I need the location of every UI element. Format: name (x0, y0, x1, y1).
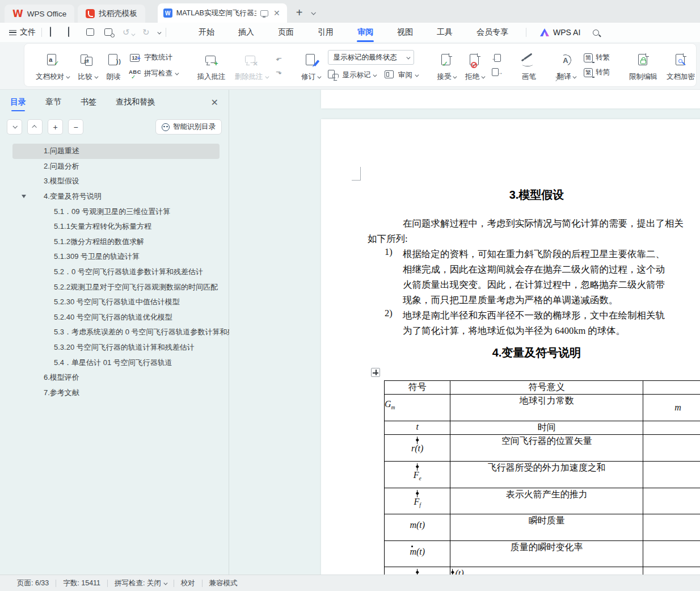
ink-group: 画笔 (512, 47, 545, 83)
to-traditional-button[interactable]: 简 转繁 (584, 53, 610, 62)
sidebar-tab-chapters[interactable]: 章节 (45, 90, 61, 115)
ink-pen-button[interactable]: 画笔 (517, 47, 541, 83)
print-preview-icon[interactable] (104, 27, 115, 37)
print-icon[interactable] (86, 27, 96, 37)
redo-button[interactable]: ↻ (142, 27, 150, 37)
toc-item[interactable]: 3.模型假设 (12, 174, 220, 189)
compare-button[interactable]: ⇄ 比较 (74, 47, 102, 83)
margin-corner-mark (352, 167, 361, 181)
next-comment-button[interactable]: ⬎ (276, 68, 282, 76)
read-aloud-button[interactable]: ) ) 朗读 (102, 47, 125, 83)
toc-item[interactable]: 2.问题分析 (12, 159, 220, 174)
markup-state-dropdown[interactable]: 显示标记的最终状态 (328, 50, 414, 65)
wps-ai-logo-icon (540, 28, 549, 36)
toc-item[interactable]: 5.1．09 号观测卫星的三维位置计算 (12, 204, 220, 219)
toc-expand-button[interactable] (7, 119, 22, 135)
sidebar-close-icon[interactable]: ✕ (211, 97, 218, 108)
tracking-group: 修订 显示标记的最终状态 显示标记 审阅 (292, 47, 426, 83)
previous-change-button[interactable]: ← (492, 53, 502, 62)
sidebar-tab-find-replace[interactable]: 查找和替换 (116, 90, 155, 115)
toc-item[interactable]: 6.模型评价 (12, 370, 220, 385)
dialog-launcher-icon[interactable] (554, 73, 558, 83)
smart-toc-button[interactable]: 智能识别目录 (155, 119, 222, 135)
toc-item[interactable]: 5.2.2观测卫星对于空间飞行器观测数据的时间匹配 (12, 279, 220, 295)
sidebar-tab-contents[interactable]: 目录 (10, 90, 26, 115)
document-page[interactable]: 3.模型假设 在问题求解过程中，考虑到实际情况与简化计算的需要，提出了相关 如下… (321, 119, 700, 575)
track-changes-icon (303, 53, 318, 68)
insert-comment-button[interactable]: + 插入批注 (193, 47, 230, 83)
toc-zoom-in-button[interactable]: + (48, 119, 63, 135)
undo-button[interactable]: ↺ (123, 27, 134, 37)
tab-wps-office[interactable]: W WPS Office (5, 5, 74, 23)
save-icon[interactable] (50, 27, 60, 37)
compatibility-mode-indicator: 兼容模式 (203, 579, 244, 588)
search-icon[interactable] (593, 30, 599, 36)
proofing-indicator[interactable]: 校对 (174, 579, 202, 588)
table-row: Gm 地球引力常数 m (385, 395, 700, 421)
page-indicator[interactable]: 页面: 6/33 (10, 579, 56, 588)
proofing-group: a✓ 文档校对 ⇄ 比较 ) ) 朗读 12+ 字数统计 ABC✓ 拼写检查 (27, 47, 186, 83)
toc-item[interactable]: 5.1.2微分方程组的数值求解 (12, 234, 220, 250)
toc-item[interactable]: 5.2.40 号空间飞行器的轨道优化模型 (12, 310, 220, 325)
tab-list-chevron-icon[interactable] (311, 7, 315, 17)
more-commands-chevron-icon[interactable] (157, 30, 161, 33)
document-canvas[interactable]: 3.模型假设 在问题求解过程中，考虑到实际情况与简化计算的需要，提出了相关 如下… (229, 90, 700, 575)
next-change-button[interactable]: → (492, 68, 502, 77)
tab-tools[interactable]: 工具 (425, 23, 465, 42)
toc-item[interactable]: 5.2.30 号空间飞行器轨道中值估计模型 (12, 295, 220, 310)
translate-icon: A (559, 53, 574, 68)
table-header-row: 符号 符号意义 (385, 381, 700, 395)
export-pdf-icon[interactable] (68, 27, 78, 37)
word-count-button[interactable]: 12+ 字数统计 (129, 52, 178, 64)
toc-item[interactable]: 5.2．0 号空间飞行器轨道参数计算和残差估计 (12, 265, 220, 280)
delete-comment-icon: ✕ (244, 53, 259, 68)
wps-logo-icon: W (12, 8, 23, 19)
toc-item[interactable]: 5.4．单星估计 01 号空间飞行器轨道 (12, 355, 220, 370)
table-row-partial: (t) (385, 567, 700, 575)
toc-item[interactable]: 5.3.20 号空间飞行器的轨道计算和残差估计 (12, 340, 220, 355)
wps-ai-button[interactable]: WPS AI (540, 28, 580, 37)
tab-docer-templates[interactable]: 找稻壳模板 (78, 5, 145, 23)
restrict-editing-button[interactable]: 限制编辑 (625, 47, 662, 83)
review-pane-button[interactable]: 审阅 (384, 70, 418, 80)
toc-zoom-out-button[interactable]: − (68, 119, 83, 135)
accept-button[interactable]: ✓ 接受 (432, 47, 461, 83)
close-tab-icon[interactable]: ✕ (272, 9, 281, 18)
tab-page[interactable]: 页面 (266, 23, 306, 42)
previous-comment-button[interactable]: ⬐ (276, 54, 282, 62)
spellcheck-indicator[interactable]: 拼写检查: 关闭 (108, 579, 173, 588)
sidebar-tab-bookmarks[interactable]: 书签 (81, 90, 96, 115)
tab-reference[interactable]: 引用 (306, 23, 345, 42)
menubar: 文件 ↺ ↻ 开始 插入 页面 引用 审阅 视图 工具 会员专享 WPS AI (0, 23, 700, 42)
track-changes-button[interactable]: 修订 (297, 47, 325, 83)
tab-home[interactable]: 开始 (187, 23, 226, 42)
toc-collapse-button[interactable] (27, 119, 43, 135)
tab-membership[interactable]: 会员专享 (465, 23, 520, 42)
toc-item[interactable]: 5.1.1矢量方程转化为标量方程 (12, 219, 220, 234)
table-row: Ff 表示火箭产生的推力 (385, 488, 700, 514)
tab-view[interactable]: 视图 (385, 23, 425, 42)
reject-change-icon (467, 53, 482, 68)
vector-arrow-glyph (415, 490, 419, 497)
word-count-indicator[interactable]: 字数: 15411 (56, 579, 107, 588)
table-move-handle[interactable] (371, 368, 380, 377)
toc-item[interactable]: 7.参考文献 (12, 385, 220, 401)
reject-button[interactable]: 拒绝 (461, 47, 489, 83)
collapse-triangle-icon[interactable] (22, 195, 26, 198)
tab-review[interactable]: 审阅 (345, 23, 385, 42)
document-proof-button[interactable]: a✓ 文档校对 (31, 47, 74, 83)
tab-document-active[interactable]: W MATLAB实现空间飞行器主动… ✕ (158, 3, 287, 23)
toc-item[interactable]: 1.问题重述 (12, 144, 220, 159)
tab-insert[interactable]: 插入 (226, 23, 266, 42)
toc-item[interactable]: 5.3．考虑系统误差的 0 号空间飞行器轨道参数计算和残 ... (12, 325, 220, 340)
encrypt-document-button[interactable]: 文档加密 (662, 47, 699, 83)
toc-item[interactable]: 5.1.309 号卫星的轨迹计算 (12, 249, 220, 265)
file-menu-button[interactable]: 文件 (9, 27, 36, 37)
show-markup-button[interactable]: 显示标记 (328, 70, 376, 80)
toc-item[interactable]: 4.变量及符号说明 (12, 189, 220, 204)
new-tab-button[interactable]: + (296, 6, 303, 19)
delete-comment-button[interactable]: ✕ 删除批注 (230, 47, 273, 83)
word-doc-icon: W (163, 9, 172, 18)
spell-check-button[interactable]: ABC✓ 拼写检查 (129, 69, 178, 78)
to-simplified-button[interactable]: 繁 转简 (584, 68, 610, 77)
